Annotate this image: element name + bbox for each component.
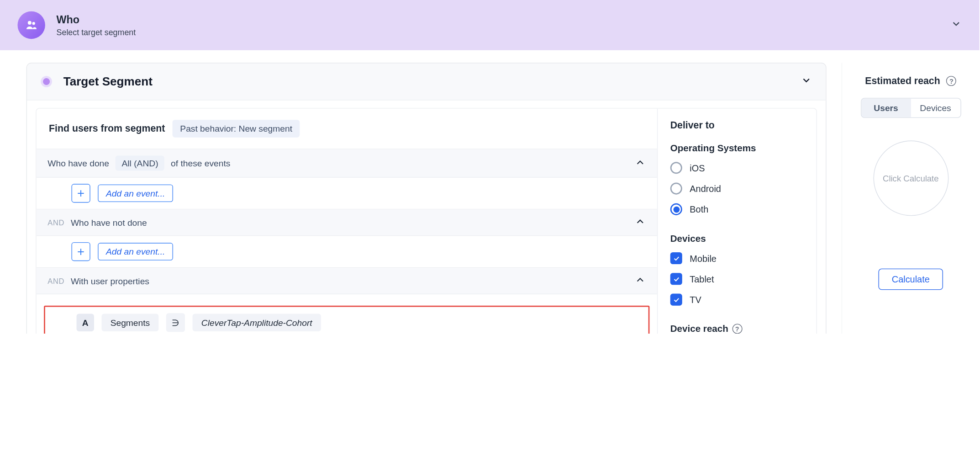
- notdone-collapse[interactable]: [634, 216, 646, 229]
- help-icon[interactable]: ?: [946, 76, 956, 86]
- prop-value-chip[interactable]: CleverTap-Amplitude-Cohort: [193, 314, 321, 331]
- deliver-to-panel: Deliver to Operating Systems iOS Android…: [657, 109, 817, 334]
- tab-users[interactable]: Users: [861, 99, 911, 117]
- tab-devices[interactable]: Devices: [911, 99, 960, 117]
- notdone-label: Who have not done: [71, 218, 147, 228]
- target-segment-panel: Target Segment Find users from segment P…: [26, 63, 827, 334]
- people-icon: [17, 11, 45, 39]
- svg-point-1: [32, 22, 35, 25]
- props-and: AND: [47, 277, 64, 285]
- panel-title: Target Segment: [63, 74, 153, 88]
- device-reach-title: Device reach: [670, 323, 728, 334]
- deliver-title: Deliver to: [670, 120, 804, 131]
- prop-key-chip[interactable]: Segments: [101, 314, 158, 331]
- notdone-add-event-button[interactable]: Add an event...: [98, 243, 173, 260]
- devices-title: Devices: [670, 233, 804, 243]
- done-pre: Who have done: [47, 158, 109, 168]
- os-both-option[interactable]: Both: [670, 203, 804, 215]
- header-subtitle: Select target segment: [57, 27, 136, 37]
- reach-circle: Click Calculate: [873, 141, 948, 216]
- done-add-event-button[interactable]: Add an event...: [98, 185, 173, 202]
- os-android-option[interactable]: Android: [670, 183, 804, 195]
- header-collapse-toggle[interactable]: [950, 18, 962, 32]
- notdone-section-header: AND Who have not done: [37, 210, 657, 236]
- svg-point-0: [28, 21, 32, 25]
- done-post: of these events: [171, 158, 230, 168]
- prop-operator-chip[interactable]: ∋: [166, 313, 185, 332]
- find-label: Find users from segment: [49, 123, 165, 134]
- panel-collapse-toggle[interactable]: [801, 74, 812, 88]
- done-add-plus-button[interactable]: +: [72, 184, 90, 202]
- help-icon[interactable]: ?: [732, 324, 742, 334]
- calculate-button[interactable]: Calculate: [879, 269, 943, 290]
- header-title: Who: [57, 14, 136, 26]
- property-condition-block: A Segments ∋ CleverTap-Amplitude-Cohort …: [44, 306, 649, 334]
- props-label: With user properties: [71, 276, 149, 286]
- segment-type-tag[interactable]: Past behavior: New segment: [173, 120, 300, 137]
- done-collapse[interactable]: [634, 157, 646, 170]
- device-tablet-option[interactable]: Tablet: [670, 273, 804, 285]
- device-mobile-option[interactable]: Mobile: [670, 252, 804, 264]
- os-ios-option[interactable]: iOS: [670, 162, 804, 174]
- os-title: Operating Systems: [670, 143, 804, 153]
- done-operator-pill[interactable]: All (AND): [116, 156, 165, 171]
- notdone-add-plus-button[interactable]: +: [72, 242, 90, 261]
- prop-letter-chip: A: [77, 314, 94, 331]
- notdone-and: AND: [47, 218, 64, 227]
- props-section-header: AND With user properties: [37, 268, 657, 294]
- find-users-row: Find users from segment Past behavior: N…: [37, 109, 657, 149]
- props-collapse[interactable]: [634, 274, 646, 287]
- reach-tabs: Users Devices: [860, 98, 961, 118]
- estimated-reach-panel: Estimated reach ? Users Devices Click Ca…: [842, 63, 980, 334]
- estimate-title: Estimated reach: [865, 75, 940, 87]
- done-section-header: Who have done All (AND) of these events: [37, 149, 657, 178]
- segment-dot-icon: [41, 76, 52, 87]
- device-tv-option[interactable]: TV: [670, 294, 804, 306]
- who-header: Who Select target segment: [0, 0, 980, 50]
